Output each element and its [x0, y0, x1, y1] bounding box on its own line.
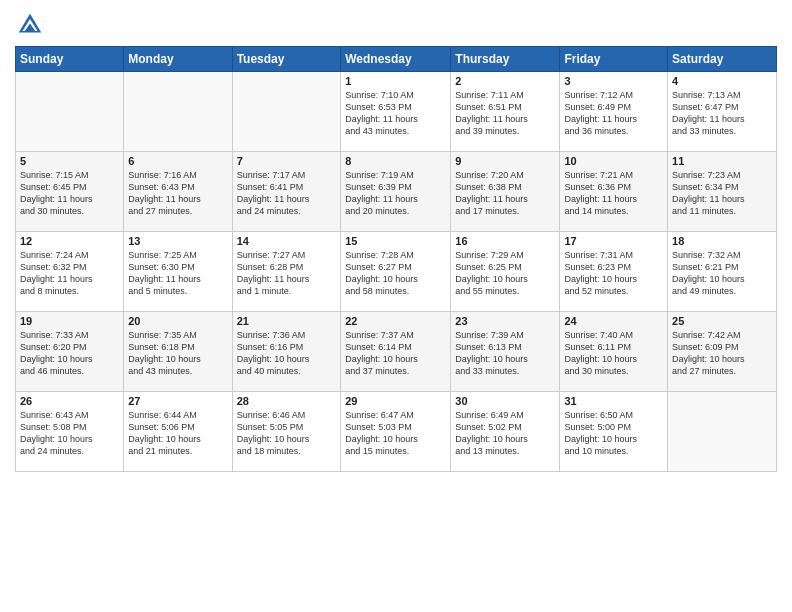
calendar-cell: 21Sunrise: 7:36 AM Sunset: 6:16 PM Dayli… — [232, 312, 341, 392]
calendar-table: SundayMondayTuesdayWednesdayThursdayFrid… — [15, 46, 777, 472]
calendar-cell: 27Sunrise: 6:44 AM Sunset: 5:06 PM Dayli… — [124, 392, 232, 472]
day-number: 23 — [455, 315, 555, 327]
day-info: Sunrise: 7:39 AM Sunset: 6:13 PM Dayligh… — [455, 329, 555, 378]
day-info: Sunrise: 7:25 AM Sunset: 6:30 PM Dayligh… — [128, 249, 227, 298]
day-info: Sunrise: 6:44 AM Sunset: 5:06 PM Dayligh… — [128, 409, 227, 458]
day-number: 19 — [20, 315, 119, 327]
day-number: 9 — [455, 155, 555, 167]
day-info: Sunrise: 7:40 AM Sunset: 6:11 PM Dayligh… — [564, 329, 663, 378]
calendar-header-row: SundayMondayTuesdayWednesdayThursdayFrid… — [16, 47, 777, 72]
day-number: 28 — [237, 395, 337, 407]
day-info: Sunrise: 7:13 AM Sunset: 6:47 PM Dayligh… — [672, 89, 772, 138]
col-header-saturday: Saturday — [668, 47, 777, 72]
calendar-cell: 14Sunrise: 7:27 AM Sunset: 6:28 PM Dayli… — [232, 232, 341, 312]
day-number: 7 — [237, 155, 337, 167]
day-number: 12 — [20, 235, 119, 247]
day-info: Sunrise: 7:19 AM Sunset: 6:39 PM Dayligh… — [345, 169, 446, 218]
day-number: 17 — [564, 235, 663, 247]
day-number: 11 — [672, 155, 772, 167]
day-number: 20 — [128, 315, 227, 327]
day-info: Sunrise: 7:27 AM Sunset: 6:28 PM Dayligh… — [237, 249, 337, 298]
day-number: 1 — [345, 75, 446, 87]
logo — [15, 10, 49, 40]
col-header-wednesday: Wednesday — [341, 47, 451, 72]
page-container: SundayMondayTuesdayWednesdayThursdayFrid… — [0, 0, 792, 482]
day-info: Sunrise: 7:33 AM Sunset: 6:20 PM Dayligh… — [20, 329, 119, 378]
day-number: 30 — [455, 395, 555, 407]
day-number: 26 — [20, 395, 119, 407]
day-info: Sunrise: 7:17 AM Sunset: 6:41 PM Dayligh… — [237, 169, 337, 218]
day-info: Sunrise: 6:47 AM Sunset: 5:03 PM Dayligh… — [345, 409, 446, 458]
week-row-5: 26Sunrise: 6:43 AM Sunset: 5:08 PM Dayli… — [16, 392, 777, 472]
day-info: Sunrise: 7:11 AM Sunset: 6:51 PM Dayligh… — [455, 89, 555, 138]
calendar-cell: 5Sunrise: 7:15 AM Sunset: 6:45 PM Daylig… — [16, 152, 124, 232]
day-number: 15 — [345, 235, 446, 247]
day-number: 27 — [128, 395, 227, 407]
day-number: 31 — [564, 395, 663, 407]
header — [15, 10, 777, 40]
day-info: Sunrise: 7:37 AM Sunset: 6:14 PM Dayligh… — [345, 329, 446, 378]
calendar-cell: 9Sunrise: 7:20 AM Sunset: 6:38 PM Daylig… — [451, 152, 560, 232]
day-info: Sunrise: 7:16 AM Sunset: 6:43 PM Dayligh… — [128, 169, 227, 218]
calendar-cell: 10Sunrise: 7:21 AM Sunset: 6:36 PM Dayli… — [560, 152, 668, 232]
calendar-cell: 23Sunrise: 7:39 AM Sunset: 6:13 PM Dayli… — [451, 312, 560, 392]
calendar-cell: 3Sunrise: 7:12 AM Sunset: 6:49 PM Daylig… — [560, 72, 668, 152]
col-header-tuesday: Tuesday — [232, 47, 341, 72]
calendar-cell: 24Sunrise: 7:40 AM Sunset: 6:11 PM Dayli… — [560, 312, 668, 392]
day-info: Sunrise: 7:29 AM Sunset: 6:25 PM Dayligh… — [455, 249, 555, 298]
day-info: Sunrise: 6:50 AM Sunset: 5:00 PM Dayligh… — [564, 409, 663, 458]
week-row-4: 19Sunrise: 7:33 AM Sunset: 6:20 PM Dayli… — [16, 312, 777, 392]
calendar-cell — [232, 72, 341, 152]
day-info: Sunrise: 7:15 AM Sunset: 6:45 PM Dayligh… — [20, 169, 119, 218]
calendar-cell — [668, 392, 777, 472]
col-header-friday: Friday — [560, 47, 668, 72]
calendar-cell: 22Sunrise: 7:37 AM Sunset: 6:14 PM Dayli… — [341, 312, 451, 392]
day-info: Sunrise: 7:32 AM Sunset: 6:21 PM Dayligh… — [672, 249, 772, 298]
day-info: Sunrise: 7:31 AM Sunset: 6:23 PM Dayligh… — [564, 249, 663, 298]
calendar-cell: 30Sunrise: 6:49 AM Sunset: 5:02 PM Dayli… — [451, 392, 560, 472]
calendar-cell: 20Sunrise: 7:35 AM Sunset: 6:18 PM Dayli… — [124, 312, 232, 392]
day-number: 25 — [672, 315, 772, 327]
day-number: 10 — [564, 155, 663, 167]
calendar-cell: 7Sunrise: 7:17 AM Sunset: 6:41 PM Daylig… — [232, 152, 341, 232]
day-number: 29 — [345, 395, 446, 407]
day-number: 18 — [672, 235, 772, 247]
calendar-cell: 19Sunrise: 7:33 AM Sunset: 6:20 PM Dayli… — [16, 312, 124, 392]
day-number: 22 — [345, 315, 446, 327]
calendar-cell: 18Sunrise: 7:32 AM Sunset: 6:21 PM Dayli… — [668, 232, 777, 312]
day-info: Sunrise: 7:12 AM Sunset: 6:49 PM Dayligh… — [564, 89, 663, 138]
day-info: Sunrise: 7:21 AM Sunset: 6:36 PM Dayligh… — [564, 169, 663, 218]
calendar-cell: 1Sunrise: 7:10 AM Sunset: 6:53 PM Daylig… — [341, 72, 451, 152]
day-number: 8 — [345, 155, 446, 167]
day-number: 3 — [564, 75, 663, 87]
col-header-thursday: Thursday — [451, 47, 560, 72]
day-info: Sunrise: 7:36 AM Sunset: 6:16 PM Dayligh… — [237, 329, 337, 378]
day-info: Sunrise: 6:49 AM Sunset: 5:02 PM Dayligh… — [455, 409, 555, 458]
day-info: Sunrise: 7:35 AM Sunset: 6:18 PM Dayligh… — [128, 329, 227, 378]
day-info: Sunrise: 7:28 AM Sunset: 6:27 PM Dayligh… — [345, 249, 446, 298]
calendar-cell: 4Sunrise: 7:13 AM Sunset: 6:47 PM Daylig… — [668, 72, 777, 152]
calendar-cell: 29Sunrise: 6:47 AM Sunset: 5:03 PM Dayli… — [341, 392, 451, 472]
calendar-cell — [16, 72, 124, 152]
col-header-monday: Monday — [124, 47, 232, 72]
day-info: Sunrise: 7:42 AM Sunset: 6:09 PM Dayligh… — [672, 329, 772, 378]
calendar-cell: 13Sunrise: 7:25 AM Sunset: 6:30 PM Dayli… — [124, 232, 232, 312]
calendar-cell: 28Sunrise: 6:46 AM Sunset: 5:05 PM Dayli… — [232, 392, 341, 472]
day-info: Sunrise: 7:10 AM Sunset: 6:53 PM Dayligh… — [345, 89, 446, 138]
day-number: 4 — [672, 75, 772, 87]
calendar-cell: 16Sunrise: 7:29 AM Sunset: 6:25 PM Dayli… — [451, 232, 560, 312]
day-info: Sunrise: 7:24 AM Sunset: 6:32 PM Dayligh… — [20, 249, 119, 298]
day-number: 5 — [20, 155, 119, 167]
calendar-cell: 6Sunrise: 7:16 AM Sunset: 6:43 PM Daylig… — [124, 152, 232, 232]
day-number: 2 — [455, 75, 555, 87]
day-info: Sunrise: 6:46 AM Sunset: 5:05 PM Dayligh… — [237, 409, 337, 458]
week-row-2: 5Sunrise: 7:15 AM Sunset: 6:45 PM Daylig… — [16, 152, 777, 232]
day-number: 24 — [564, 315, 663, 327]
calendar-cell: 2Sunrise: 7:11 AM Sunset: 6:51 PM Daylig… — [451, 72, 560, 152]
calendar-cell: 12Sunrise: 7:24 AM Sunset: 6:32 PM Dayli… — [16, 232, 124, 312]
calendar-cell: 25Sunrise: 7:42 AM Sunset: 6:09 PM Dayli… — [668, 312, 777, 392]
calendar-cell: 8Sunrise: 7:19 AM Sunset: 6:39 PM Daylig… — [341, 152, 451, 232]
week-row-3: 12Sunrise: 7:24 AM Sunset: 6:32 PM Dayli… — [16, 232, 777, 312]
calendar-cell: 15Sunrise: 7:28 AM Sunset: 6:27 PM Dayli… — [341, 232, 451, 312]
day-number: 14 — [237, 235, 337, 247]
